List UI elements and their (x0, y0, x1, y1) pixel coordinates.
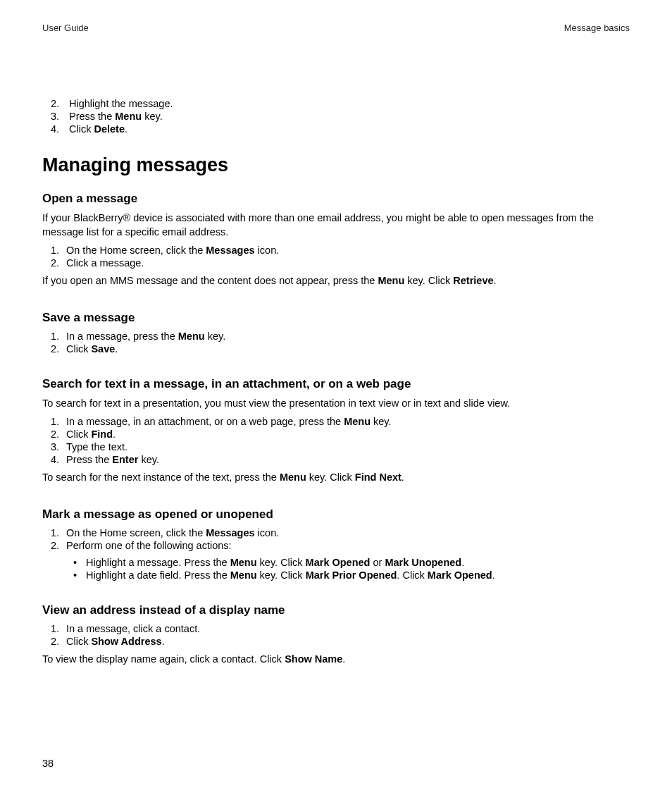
list-item: 1.In a message, in an attachment, or on … (42, 416, 630, 427)
list-item: 1.On the Home screen, click the Messages… (42, 245, 630, 256)
list-item: 2.Highlight the message. (42, 98, 630, 109)
document-page: User Guide Message basics 2.Highlight th… (0, 0, 672, 807)
list-item: 3.Type the text. (42, 441, 630, 452)
list-item: Highlight a message. Press the Menu key.… (73, 557, 630, 568)
subheading-search-text: Search for text in a message, in an atta… (42, 377, 630, 391)
steps-view-address: 1.In a message, click a contact.2.Click … (42, 623, 630, 647)
header-right: Message basics (564, 23, 630, 33)
list-item: 4.Click Delete. (42, 123, 630, 135)
paragraph-open-intro: If your BlackBerry® device is associated… (42, 211, 630, 239)
subheading-mark-message: Mark a message as opened or unopened (42, 507, 630, 522)
header-left: User Guide (42, 23, 89, 33)
page-header: User Guide Message basics (42, 23, 630, 33)
subheading-view-address: View an address instead of a display nam… (42, 603, 630, 617)
sublist-mark-actions: Highlight a message. Press the Menu key.… (73, 557, 630, 581)
paragraph-search-after: To search for the next instance of the t… (42, 471, 630, 485)
list-item: 2.Perform one of the following actions: (42, 540, 630, 551)
steps-mark-message: 1.On the Home screen, click the Messages… (42, 527, 630, 551)
list-item: 2.Click a message. (42, 257, 630, 269)
continued-steps-list: 2.Highlight the message.3.Press the Menu… (42, 98, 630, 135)
section-heading-managing-messages: Managing messages (42, 154, 630, 176)
paragraph-open-after: If you open an MMS message and the conte… (42, 274, 630, 288)
subheading-save-message: Save a message (42, 311, 630, 325)
list-item: 1.In a message, press the Menu key. (42, 331, 630, 342)
list-item: 2.Click Find. (42, 429, 630, 440)
list-item: 1.On the Home screen, click the Messages… (42, 527, 630, 538)
steps-save-message: 1.In a message, press the Menu key.2.Cli… (42, 331, 630, 355)
list-item: Highlight a date field. Press the Menu k… (73, 569, 630, 581)
paragraph-view-after: To view the display name again, click a … (42, 653, 630, 667)
steps-open-message: 1.On the Home screen, click the Messages… (42, 245, 630, 269)
subheading-open-message: Open a message (42, 192, 630, 206)
list-item: 1.In a message, click a contact. (42, 623, 630, 634)
list-item: 2.Click Show Address. (42, 636, 630, 647)
paragraph-search-intro: To search for text in a presentation, yo… (42, 397, 630, 411)
list-item: 2.Click Save. (42, 343, 630, 355)
list-item: 3.Press the Menu key. (42, 111, 630, 122)
page-number: 38 (42, 758, 54, 769)
steps-search-text: 1.In a message, in an attachment, or on … (42, 416, 630, 465)
list-item: 4.Press the Enter key. (42, 454, 630, 465)
